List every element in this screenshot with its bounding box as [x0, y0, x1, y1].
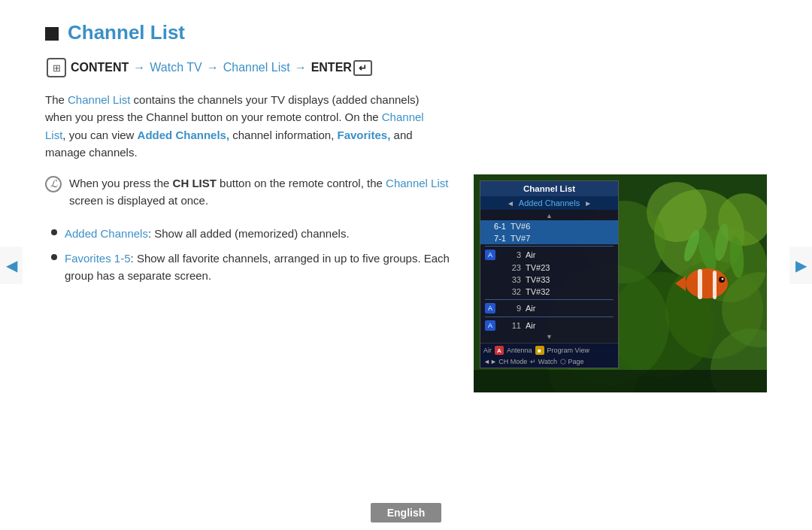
footer-page: ⬡ Page: [560, 358, 584, 365]
body-part3: , you can view: [62, 129, 137, 141]
ch-list-bold: CH LIST: [173, 177, 217, 189]
channel-row[interactable]: 7-1 TV#7: [480, 232, 618, 244]
ch-badge: A: [485, 303, 495, 313]
channel-divider: [485, 299, 614, 300]
right-column: Channel List ◄ Added Channels ► ▲ 6-1 TV…: [474, 174, 767, 392]
ch-number: 33: [500, 275, 521, 284]
enter-label: ENTER↵: [311, 60, 372, 76]
list-item: Favorites 1-5: Show all favorite channel…: [51, 250, 451, 285]
body-part4: channel information,: [229, 129, 337, 141]
ch-number: 3: [500, 250, 521, 259]
footer-ch-mode: ◄► CH Mode: [483, 358, 527, 365]
channel-row[interactable]: A 9 Air: [480, 301, 618, 315]
svg-point-13: [686, 268, 728, 298]
channel-divider: [485, 246, 614, 247]
ch-name: TV#33: [526, 275, 614, 284]
left-column: ℒ When you press the CH LIST button on t…: [45, 174, 451, 292]
note-icon: ℒ: [45, 176, 62, 192]
channel-divider: [485, 316, 614, 317]
ch-number: 6-1: [485, 222, 506, 231]
note-part2: button on the remote control, the: [217, 177, 386, 189]
language-badge: English: [371, 503, 442, 522]
section-title-row: Channel List: [45, 21, 767, 44]
title-square-icon: [45, 27, 59, 41]
channel-row[interactable]: 32 TV#32: [480, 286, 618, 298]
page-title: Channel List: [68, 21, 185, 44]
bullet-dot: [51, 254, 57, 260]
channel-row[interactable]: 33 TV#33: [480, 274, 618, 286]
page-next-arrow[interactable]: ▶: [789, 247, 812, 284]
page-prev-arrow[interactable]: ◀: [0, 247, 23, 284]
content-icon: ⊞: [47, 58, 66, 77]
channel-row[interactable]: A 3 Air: [480, 248, 618, 262]
bullet-item-1-text: Added Channels: Show all added (memorize…: [65, 225, 350, 242]
ch-name: TV#6: [511, 222, 614, 231]
ch-left-arrow: ◄: [507, 199, 514, 207]
channel-row[interactable]: A 11 Air: [480, 319, 618, 332]
favorites-highlight: Favorites,: [338, 129, 391, 141]
channel-panel-footer: Air A Antenna ■ Program View ◄► CH Mode …: [480, 343, 618, 368]
nav-arrow-1: →: [133, 61, 145, 74]
note-text: When you press the CH LIST button on the…: [69, 174, 451, 210]
bottom-bar: English: [0, 503, 812, 530]
bullet-list: Added Channels: Show all added (memorize…: [45, 225, 451, 285]
watch-tv-link[interactable]: Watch TV: [150, 61, 201, 74]
content-icon-symbol: ⊞: [53, 62, 61, 74]
scroll-down-indicator: ▼: [480, 332, 618, 341]
ch-number: 9: [500, 304, 521, 313]
list-item: Added Channels: Show all added (memorize…: [51, 225, 451, 242]
ch-badge: A: [485, 250, 495, 260]
ch-name: TV#23: [526, 263, 614, 272]
note-part3: screen is displayed at once.: [69, 194, 208, 207]
note-block: ℒ When you press the CH LIST button on t…: [45, 174, 451, 210]
channel-rows: ▲ 6-1 TV#6 7-1 TV#7: [480, 210, 618, 343]
ch-number: 23: [500, 263, 521, 272]
channel-list-panel: Channel List ◄ Added Channels ► ▲ 6-1 TV…: [480, 180, 619, 368]
channel-subheader: ◄ Added Channels ►: [480, 196, 618, 210]
ch-number: 32: [500, 287, 521, 296]
footer-watch: ↵ Watch: [530, 358, 557, 365]
ch-name: Air: [526, 250, 614, 259]
ch-name: Air: [526, 321, 614, 330]
program-view-badge: ■: [535, 346, 544, 355]
footer-program-label: Program View: [547, 347, 589, 354]
page-content: Channel List ⊞ CONTENT → Watch TV → Chan…: [0, 0, 812, 407]
tv-screenshot: Channel List ◄ Added Channels ► ▲ 6-1 TV…: [474, 174, 767, 392]
channel-panel-title: Channel List: [480, 181, 618, 196]
ch-number: 11: [500, 321, 521, 330]
footer-current: Air: [483, 347, 492, 354]
enter-icon: ↵: [353, 60, 372, 76]
added-channels-label: Added Channels: [65, 227, 148, 240]
ch-badge: A: [485, 320, 495, 331]
svg-rect-22: [474, 370, 767, 392]
bullet-1-suffix: : Show all added (memorized) channels.: [148, 227, 350, 240]
scroll-up-indicator: ▲: [480, 211, 618, 220]
body-part1: The: [45, 93, 68, 106]
nav-arrow-3: →: [295, 61, 307, 74]
ch-name: TV#7: [511, 234, 614, 243]
ch-name: Air: [526, 304, 614, 313]
svg-rect-14: [698, 269, 702, 299]
channel-row[interactable]: 23 TV#23: [480, 262, 618, 274]
svg-point-17: [722, 278, 724, 280]
footer-antenna-label: Antenna: [507, 347, 532, 354]
ch-name: TV#32: [526, 287, 614, 296]
favorites-label: Favorites 1-5: [65, 252, 131, 265]
nav-arrow-2: →: [207, 61, 219, 74]
channel-list-nav-link[interactable]: Channel List: [223, 61, 290, 74]
body-text: The Channel List contains the channels y…: [45, 91, 444, 161]
channel-list-note-link[interactable]: Channel List: [386, 177, 448, 189]
ch-right-arrow: ►: [584, 199, 592, 207]
subheader-label: Added Channels: [519, 198, 580, 207]
channel-row[interactable]: 6-1 TV#6: [480, 220, 618, 232]
antenna-badge: A: [495, 346, 504, 355]
bullet-item-2-text: Favorites 1-5: Show all favorite channel…: [65, 250, 451, 285]
added-channels-highlight: Added Channels,: [138, 129, 230, 141]
main-layout: ℒ When you press the CH LIST button on t…: [45, 174, 767, 392]
channel-list-highlight-1: Channel List: [68, 93, 130, 106]
svg-rect-15: [713, 271, 717, 299]
nav-path: ⊞ CONTENT → Watch TV → Channel List → EN…: [47, 58, 767, 77]
content-label: CONTENT: [71, 61, 129, 74]
note-part1: When you press the: [69, 177, 173, 189]
ch-number: 7-1: [485, 234, 506, 243]
